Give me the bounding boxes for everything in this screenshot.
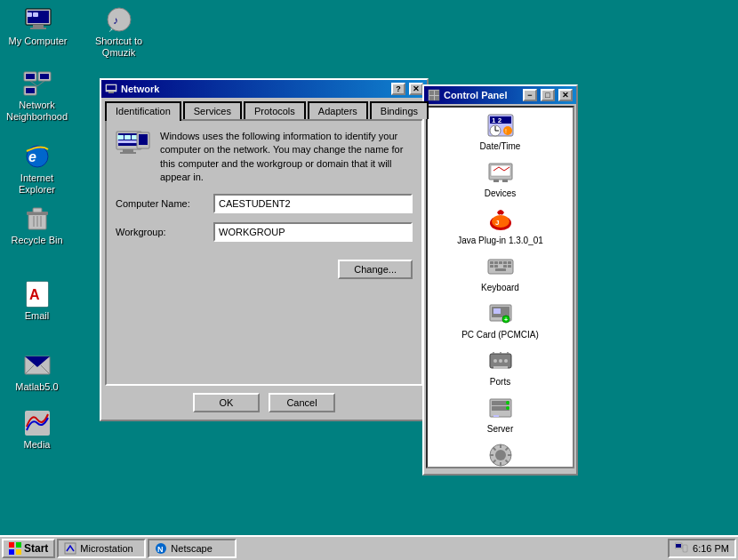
- dialog-buttons: OK Cancel: [101, 386, 427, 420]
- microstation-label: Microstation: [80, 543, 132, 554]
- desktop-icon-ie[interactable]: e Internet Explorer: [4, 142, 70, 196]
- matlab-icon: [23, 409, 52, 437]
- svg-point-83: [493, 359, 497, 363]
- ident-header: Windows uses the following information t…: [116, 130, 413, 185]
- network-icon: [23, 69, 52, 98]
- desktop-icon-network[interactable]: Network Neighborhood: [4, 69, 70, 123]
- workgroup-input[interactable]: [213, 222, 413, 242]
- taskbar-microstation[interactable]: Microstation: [57, 539, 146, 558]
- control-panel-titlebar: Control Panel − □ ✕: [424, 86, 576, 104]
- tab-services[interactable]: Services: [183, 101, 242, 119]
- datetime-icon: 1 2 !: [486, 111, 515, 140]
- microstation-icon: [64, 542, 76, 555]
- cancel-button[interactable]: Cancel: [269, 393, 335, 412]
- start-button[interactable]: Start: [2, 539, 55, 558]
- desktop-icon-matlab[interactable]: Media: [4, 409, 70, 451]
- desktop-icon-acrobat[interactable]: A Email: [4, 280, 70, 322]
- tab-adapters[interactable]: Adapters: [308, 101, 368, 119]
- svg-rect-105: [16, 549, 21, 555]
- cp-item-datetime[interactable]: 1 2 ! Date/Time: [428, 108, 573, 155]
- computer-name-label: Computer Name:: [116, 198, 213, 209]
- desktop-icon-email[interactable]: Matlab5.0: [4, 351, 70, 393]
- netscape-label: Netscape: [171, 543, 212, 554]
- svg-rect-67: [490, 261, 493, 264]
- cp-item-java[interactable]: J Java Plug-in 1.3.0_01: [428, 202, 573, 249]
- desktop-icon-recycle[interactable]: Recycle Bin: [4, 204, 70, 246]
- taskbar-netscape[interactable]: N Netscape: [148, 539, 237, 558]
- svg-rect-48: [435, 91, 439, 95]
- cp-item-ports[interactable]: Ports: [428, 343, 573, 390]
- keyboard-icon: [486, 252, 515, 281]
- pccard-icon: +: [486, 300, 515, 328]
- svg-point-90: [506, 401, 509, 404]
- svg-rect-68: [494, 261, 498, 264]
- svg-rect-50: [435, 96, 439, 100]
- tab-bindings[interactable]: Bindings: [370, 101, 429, 119]
- network-dialog-help-btn[interactable]: ?: [391, 83, 405, 95]
- svg-rect-104: [9, 549, 14, 555]
- windows-logo-icon: [9, 542, 21, 555]
- control-panel-min-btn[interactable]: −: [523, 89, 537, 101]
- svg-rect-70: [503, 261, 507, 264]
- svg-rect-38: [123, 149, 133, 152]
- my-computer-label: My Computer: [8, 36, 67, 47]
- my-computer-icon: [24, 5, 52, 34]
- control-panel-close-btn[interactable]: ✕: [558, 89, 573, 101]
- services-icon: [486, 441, 515, 468]
- svg-rect-72: [490, 265, 493, 268]
- cp-item-server[interactable]: Server: [428, 390, 573, 437]
- ok-button[interactable]: OK: [193, 393, 260, 412]
- svg-rect-4: [27, 12, 32, 17]
- svg-rect-62: [502, 180, 508, 182]
- ie-icon: e: [23, 142, 52, 171]
- svg-point-85: [504, 359, 508, 363]
- svg-rect-111: [683, 545, 687, 552]
- control-panel-window: Control Panel − □ ✕ 1 2 ! Date/Time: [422, 84, 578, 476]
- datetime-label: Date/Time: [480, 141, 521, 151]
- tab-protocols[interactable]: Protocols: [244, 101, 306, 119]
- svg-text:!: !: [505, 128, 507, 134]
- svg-rect-49: [429, 96, 434, 100]
- desktop-icon-my-computer[interactable]: My Computer: [4, 5, 71, 47]
- svg-rect-47: [429, 91, 434, 95]
- change-button[interactable]: Change...: [338, 260, 413, 279]
- network-label: Network Neighborhood: [4, 100, 70, 123]
- svg-rect-69: [499, 261, 502, 264]
- workgroup-row: Workgroup:: [116, 222, 413, 242]
- cp-item-keyboard[interactable]: Keyboard: [428, 249, 573, 296]
- svg-rect-74: [495, 268, 506, 271]
- recycle-icon: [23, 204, 52, 233]
- svg-rect-35: [108, 92, 114, 93]
- svg-rect-45: [139, 134, 148, 145]
- computer-name-input[interactable]: [213, 194, 413, 213]
- qmuzik-label: Shortcut to Qmuzik: [85, 36, 152, 59]
- computer-name-row: Computer Name:: [116, 194, 413, 213]
- svg-rect-102: [9, 542, 14, 548]
- cp-item-devices[interactable]: Devices: [428, 155, 573, 202]
- network-tabs: Identification Services Protocols Adapte…: [101, 101, 427, 119]
- cp-item-services[interactable]: Services: [428, 437, 573, 468]
- svg-text:J: J: [495, 219, 499, 227]
- svg-rect-39: [120, 152, 136, 154]
- svg-text:♪: ♪: [113, 14, 118, 27]
- control-panel-title: Control Panel: [444, 90, 519, 100]
- acrobat-label: Email: [25, 310, 50, 322]
- keyboard-label: Keyboard: [481, 283, 519, 292]
- svg-text:1 2: 1 2: [492, 116, 502, 124]
- ie-label: Internet Explorer: [4, 172, 70, 196]
- network-dialog: Network ? ✕ Identification Services Prot…: [100, 78, 429, 421]
- svg-rect-10: [26, 74, 35, 79]
- svg-rect-34: [107, 85, 116, 90]
- svg-line-15: [30, 81, 37, 86]
- svg-rect-3: [30, 28, 46, 29]
- svg-rect-73: [494, 265, 498, 268]
- control-panel-max-btn[interactable]: □: [541, 89, 555, 101]
- svg-rect-92: [493, 415, 499, 417]
- recycle-label: Recycle Bin: [11, 235, 62, 246]
- svg-point-91: [506, 406, 509, 410]
- tab-identification[interactable]: Identification: [105, 101, 181, 121]
- cp-item-pccard[interactable]: + PC Card (PCMCIA): [428, 296, 573, 343]
- desktop-icon-qmuzik[interactable]: ♪ ↗ Shortcut to Qmuzik: [85, 5, 152, 59]
- svg-rect-40: [117, 135, 124, 140]
- network-dialog-close-btn[interactable]: ✕: [409, 83, 423, 95]
